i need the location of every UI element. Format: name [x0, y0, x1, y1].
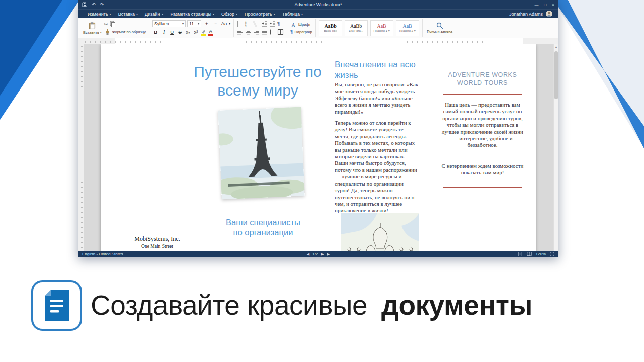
- document-area: Путешествуйте по всему миру Ваши спе: [84, 44, 553, 251]
- menu-edit[interactable]: Изменить▾: [84, 12, 115, 17]
- font-size-select[interactable]: 11▾: [187, 20, 201, 27]
- chevron-down-icon: ▾: [100, 31, 102, 34]
- italic-button[interactable]: I: [160, 29, 167, 36]
- decrease-indent-icon[interactable]: [261, 21, 268, 27]
- font-group: Sylfaen▾ 11▾ + − Aa▾ B I U S x₂ x²: [149, 19, 234, 37]
- strikethrough-button[interactable]: S: [177, 29, 183, 36]
- find-replace-button[interactable]: Поиск и замена: [426, 22, 454, 34]
- vertical-ruler: [78, 44, 84, 251]
- scrollbar-thumb[interactable]: [554, 51, 558, 99]
- doc-experiences-heading[interactable]: Впечатления на всю жизнь: [335, 59, 420, 80]
- last-page-button[interactable]: ▶: [327, 252, 330, 256]
- minimize-button[interactable]: —: [534, 3, 538, 7]
- chevron-down-icon: ▾: [388, 29, 390, 32]
- user-name[interactable]: Jonathan Adams: [509, 12, 543, 17]
- taj-mahal-image[interactable]: [341, 213, 419, 251]
- chevron-down-icon: ▾: [236, 13, 237, 16]
- clipboard-icon: [88, 22, 96, 30]
- numbered-list-icon[interactable]: 123: [245, 21, 252, 27]
- style-heading-1[interactable]: AaB Heading 1▾: [370, 20, 393, 36]
- doc-company-block[interactable]: MobiSystems, Inc. One Main Street: [126, 235, 189, 249]
- statusbar: English - United States ◀ 1/2 ▶ ▶ 120%: [78, 251, 558, 257]
- style-heading-2[interactable]: AaB Heading 2▾: [396, 20, 419, 36]
- chevron-down-icon: ▾: [229, 22, 230, 25]
- scroll-up-icon[interactable]: ▴: [554, 45, 558, 48]
- svg-text:A: A: [292, 22, 296, 28]
- save-icon[interactable]: [82, 2, 87, 7]
- doc-divider-rule: [443, 94, 522, 95]
- menu-design[interactable]: Дизайн▾: [141, 12, 167, 17]
- window-title: Adventure Works.docx*: [295, 2, 342, 7]
- format-painter-button[interactable]: Формат по образцу: [104, 29, 146, 35]
- font-color-button[interactable]: A: [208, 29, 213, 36]
- search-icon: [436, 22, 443, 29]
- menu-insert[interactable]: Вставка▾: [115, 12, 141, 17]
- align-center-icon[interactable]: [245, 29, 252, 35]
- multilevel-list-icon[interactable]: [253, 21, 260, 27]
- maximize-button[interactable]: □: [544, 3, 546, 7]
- subscript-button[interactable]: x₂: [185, 29, 191, 36]
- align-left-icon[interactable]: [237, 29, 244, 35]
- vertical-scrollbar[interactable]: ▴: [553, 44, 558, 251]
- horizontal-ruler: [78, 38, 558, 44]
- format-painter-icon: [104, 29, 111, 35]
- highlight-color-button[interactable]: [201, 29, 206, 36]
- doc-brand-heading[interactable]: ADVENTURE WORKS WORLD TOURS: [441, 71, 524, 87]
- line-spacing-icon[interactable]: [269, 29, 276, 35]
- chevron-down-icon: ▾: [136, 13, 138, 16]
- next-page-button[interactable]: ▶: [321, 252, 324, 256]
- font-dialog-button[interactable]: A Шрифт: [290, 21, 312, 28]
- show-formatting-icon[interactable]: ¶: [277, 21, 280, 27]
- avatar[interactable]: [546, 11, 552, 17]
- increase-indent-icon[interactable]: [269, 21, 276, 27]
- shrink-font-button[interactable]: −: [212, 20, 219, 27]
- previous-page-button[interactable]: ◀: [307, 252, 309, 256]
- page-view-icon[interactable]: [518, 252, 523, 256]
- align-justify-icon[interactable]: [261, 29, 268, 35]
- style-book-title[interactable]: AaBb Book Title: [319, 20, 342, 36]
- menu-review[interactable]: Обзор▾: [218, 12, 241, 17]
- doc-experiences-para2: Теперь можно от слов перейти к делу! Вы …: [335, 120, 419, 214]
- bullet-list-icon[interactable]: [237, 21, 244, 27]
- doc-headline[interactable]: Путешествуйте по всему миру: [181, 62, 335, 100]
- align-right-icon[interactable]: [253, 29, 260, 35]
- highlighter-icon: [201, 29, 206, 34]
- menu-view[interactable]: Просмотреть▾: [241, 12, 279, 17]
- underline-button[interactable]: U: [169, 29, 175, 36]
- promo-caption-regular: Создавайте красивые: [91, 290, 367, 321]
- chevron-down-icon: ▾: [414, 29, 416, 32]
- grow-font-button[interactable]: +: [203, 20, 210, 27]
- doc-brand-para1[interactable]: Наша цель — предоставить вам самый полны…: [441, 102, 524, 149]
- redo-icon[interactable]: ↷: [100, 0, 104, 9]
- close-button[interactable]: ×: [552, 3, 554, 7]
- svg-text:3: 3: [245, 25, 247, 27]
- promo-caption: Создавайте красивыедокументы: [91, 290, 532, 320]
- book-view-icon[interactable]: [527, 252, 532, 256]
- superscript-button[interactable]: x²: [193, 29, 199, 36]
- style-list-para[interactable]: AaBb List Para...: [345, 20, 368, 36]
- doc-specialists-heading[interactable]: Ваши специалисты по организации: [220, 217, 306, 237]
- menu-table[interactable]: Таблица▾: [279, 12, 306, 17]
- stage: ↶ ↷ Adventure Works.docx* — □ × Изменить…: [0, 0, 644, 362]
- eiffel-tower-image[interactable]: [218, 107, 305, 199]
- borders-icon[interactable]: [277, 29, 284, 35]
- cut-icon[interactable]: ✂: [104, 22, 108, 27]
- zoom-level[interactable]: 120%: [536, 252, 546, 256]
- copy-icon[interactable]: [109, 21, 116, 27]
- paste-button[interactable]: Вставить▾: [83, 22, 102, 35]
- doc-company-address: One Main Street: [126, 244, 189, 249]
- fullscreen-icon[interactable]: [550, 252, 554, 256]
- document-page[interactable]: Путешествуйте по всему миру Ваши спе: [101, 44, 536, 251]
- undo-icon[interactable]: ↶: [92, 0, 96, 9]
- doc-brand-para2[interactable]: С нетерпением ждем возможности показать …: [441, 163, 524, 176]
- paragraph-dialog-button[interactable]: ¶ Параграф: [290, 29, 312, 35]
- document-badge-icon: [31, 280, 82, 331]
- dialog-launchers-group: A Шрифт ¶ Параграф: [287, 19, 316, 37]
- bold-button[interactable]: B: [152, 29, 159, 36]
- menu-page-layout[interactable]: Разметка страницы▾: [167, 12, 218, 17]
- language-indicator[interactable]: English - United States: [82, 252, 123, 256]
- find-replace-group: Поиск и замена: [423, 19, 457, 37]
- doc-experiences-body[interactable]: Вы, наверно, не раз говорили: «Как мне х…: [335, 81, 419, 219]
- change-case-button[interactable]: Aa▾: [221, 20, 230, 27]
- font-name-select[interactable]: Sylfaen▾: [152, 20, 186, 27]
